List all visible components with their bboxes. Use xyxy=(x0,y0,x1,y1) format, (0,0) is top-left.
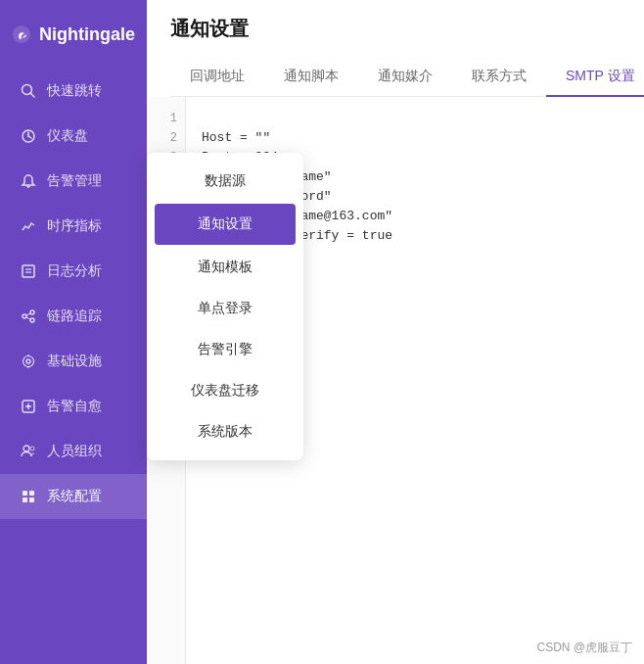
svg-point-9 xyxy=(30,318,34,322)
sidebar-item-label: 基础设施 xyxy=(47,353,102,370)
people-icon xyxy=(20,443,37,460)
sidebar-logo-text: Nightingale xyxy=(39,24,135,45)
bell-icon xyxy=(20,172,37,190)
sidebar-item-label: 告警管理 xyxy=(47,172,102,190)
nightingale-logo-icon xyxy=(12,19,31,50)
submenu-item-datasource[interactable]: 数据源 xyxy=(147,161,303,202)
sidebar-item-infra[interactable]: 基础设施 xyxy=(0,339,147,384)
tab-smtp[interactable]: SMTP 设置 xyxy=(546,58,644,97)
trace-icon xyxy=(20,308,37,325)
sidebar-item-trace[interactable]: 链路追踪 xyxy=(0,294,147,339)
svg-rect-23 xyxy=(23,498,27,502)
submenu-item-sso[interactable]: 单点登录 xyxy=(147,288,303,329)
code-line-1 xyxy=(202,109,628,128)
infra-icon xyxy=(20,353,37,370)
page-header: 通知设置 回调地址 通知脚本 通知媒介 联系方式 SMTP 设置 xyxy=(147,0,644,97)
sidebar: Nightingale 快速跳转 仪表盘 xyxy=(0,0,147,664)
sidebar-navigation: 快速跳转 仪表盘 告警管理 xyxy=(0,69,147,664)
tab-callback[interactable]: 回调地址 xyxy=(170,58,264,97)
code-line-2: Host = "" xyxy=(202,128,628,148)
line-num-2: 2 xyxy=(170,128,177,148)
watermark: CSDN @虎服豆丁 xyxy=(536,640,632,656)
submenu-item-alert-engine[interactable]: 告警引擎 xyxy=(147,329,303,370)
watermark-text: CSDN @虎服豆丁 xyxy=(536,640,632,656)
svg-rect-21 xyxy=(23,491,27,496)
svg-point-8 xyxy=(30,310,34,314)
svg-line-10 xyxy=(26,313,30,315)
svg-rect-22 xyxy=(29,491,34,496)
svg-rect-24 xyxy=(29,498,34,502)
line-num-1: 1 xyxy=(170,109,177,128)
sidebar-item-label: 链路追踪 xyxy=(47,308,102,325)
svg-line-11 xyxy=(26,317,30,319)
submenu-item-system-version[interactable]: 系统版本 xyxy=(147,411,303,452)
sidebar-item-label: 人员组织 xyxy=(47,443,102,460)
tab-notify-media[interactable]: 通知媒介 xyxy=(358,58,452,97)
svg-rect-4 xyxy=(23,265,34,277)
dashboard-icon xyxy=(20,127,37,145)
sidebar-item-label: 系统配置 xyxy=(47,488,102,505)
log-icon xyxy=(20,262,37,280)
grid-icon xyxy=(20,488,37,505)
submenu-item-notify-template[interactable]: 通知模板 xyxy=(147,247,303,288)
submenu-popup: 数据源 通知设置 通知模板 单点登录 告警引擎 仪表盘迁移 系统版本 xyxy=(147,153,303,460)
sidebar-item-log-analysis[interactable]: 日志分析 xyxy=(0,249,147,294)
sidebar-item-alert-self[interactable]: 告警自愈 xyxy=(0,384,147,429)
healing-icon xyxy=(20,398,37,415)
search-icon xyxy=(20,82,37,100)
svg-point-1 xyxy=(20,33,22,35)
tab-notify-script[interactable]: 通知脚本 xyxy=(264,58,358,97)
svg-point-19 xyxy=(23,446,29,451)
sidebar-item-label: 快速跳转 xyxy=(47,82,102,100)
svg-point-12 xyxy=(26,359,30,363)
tab-bar: 回调地址 通知脚本 通知媒介 联系方式 SMTP 设置 xyxy=(170,58,621,97)
submenu-item-dashboard-migrate[interactable]: 仪表盘迁移 xyxy=(147,370,303,411)
sidebar-item-time-metrics[interactable]: 时序指标 xyxy=(0,204,147,249)
sidebar-item-dashboard[interactable]: 仪表盘 xyxy=(0,114,147,159)
sidebar-item-label: 日志分析 xyxy=(47,262,102,280)
sidebar-item-label: 告警自愈 xyxy=(47,398,102,415)
svg-point-7 xyxy=(23,314,26,318)
sidebar-item-personnel[interactable]: 人员组织 xyxy=(0,429,147,474)
sidebar-item-system-config[interactable]: 系统配置 数据源 通知设置 通知模板 单点登录 告警引擎 仪表盘迁移 系统版本 xyxy=(0,474,147,519)
sidebar-item-quick-jump[interactable]: 快速跳转 xyxy=(0,69,147,114)
sidebar-item-label: 仪表盘 xyxy=(47,127,88,145)
svg-point-13 xyxy=(23,356,34,367)
sidebar-logo: Nightingale xyxy=(0,0,147,69)
svg-point-20 xyxy=(30,447,34,451)
sidebar-item-alert-mgmt[interactable]: 告警管理 xyxy=(0,159,147,204)
tab-contact[interactable]: 联系方式 xyxy=(452,58,546,97)
page-title: 通知设置 xyxy=(170,16,621,42)
sidebar-item-label: 时序指标 xyxy=(47,217,102,235)
chart-icon xyxy=(20,217,37,235)
submenu-item-notify-settings[interactable]: 通知设置 xyxy=(155,204,296,245)
